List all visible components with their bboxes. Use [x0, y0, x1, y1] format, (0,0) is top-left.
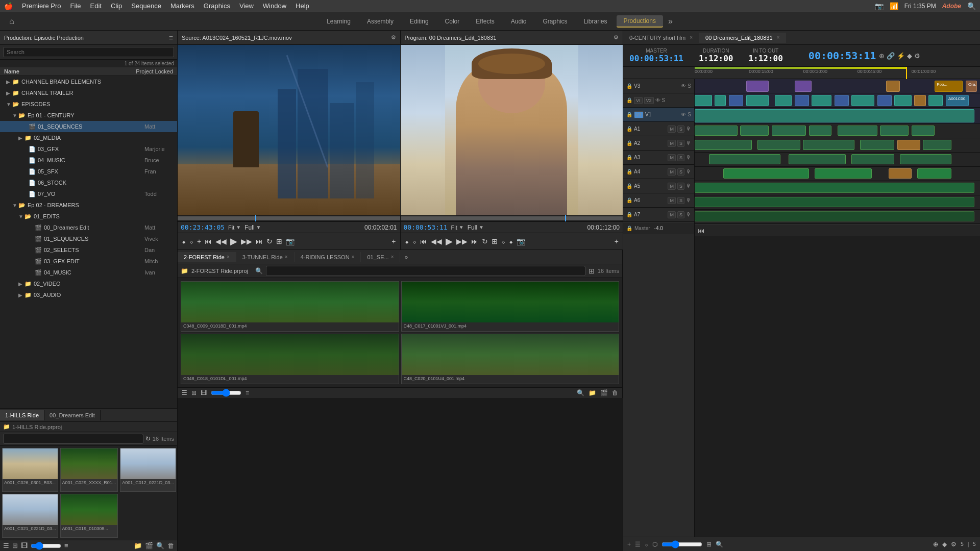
source-step-fwd-btn[interactable]: ⏭: [255, 236, 264, 246]
thumb-item-0[interactable]: A001_C026_0301_B03...: [2, 448, 58, 492]
clip-v2-l[interactable]: [914, 95, 925, 106]
clip-v3-b[interactable]: [795, 81, 812, 92]
bb-search2-icon[interactable]: 🔍: [577, 389, 584, 396]
tree-toggle-video02[interactable]: ▶: [18, 281, 24, 287]
tree-item-dreamers-edit[interactable]: 🎬 00_Dreamers Edit Matt: [0, 222, 177, 233]
thumb-item-2[interactable]: A001_C012_0221D_03...: [120, 448, 176, 492]
menu-edit[interactable]: Edit: [86, 1, 106, 11]
source-step-back-btn[interactable]: ⏮: [204, 236, 213, 246]
clip-v2-g[interactable]: [812, 95, 831, 106]
bin-tab-dreamers[interactable]: 00_Dreamers Edit: [44, 410, 101, 420]
tree-item-seq01[interactable]: 🎬 01_SEQUENCES Matt: [0, 121, 177, 132]
bin-sort-icon[interactable]: ≡: [64, 542, 68, 549]
track-m-a4[interactable]: M: [668, 168, 676, 176]
track-lock-a3[interactable]: 🔒: [626, 155, 632, 160]
clip-a5-a[interactable]: [695, 183, 974, 193]
clip-v2-k[interactable]: [894, 95, 912, 106]
source-fit-dropdown-icon[interactable]: ▼: [236, 224, 241, 230]
bin-delete-icon[interactable]: 🗑: [167, 542, 174, 549]
track-m-a1[interactable]: M: [668, 126, 676, 133]
track-m-a6[interactable]: M: [668, 197, 676, 204]
track-mic-a6[interactable]: 🎙: [686, 197, 691, 203]
track-lock-v2[interactable]: 🔒: [626, 97, 632, 103]
program-fit-label[interactable]: Fit: [451, 224, 457, 231]
clip-v2-e[interactable]: [775, 95, 792, 106]
tab-effects[interactable]: Effects: [469, 16, 501, 27]
track-mic-a5[interactable]: 🎙: [686, 183, 691, 189]
source-rewind-btn[interactable]: ◀◀: [214, 236, 228, 246]
tl-marker-icon[interactable]: ◆: [942, 541, 947, 548]
clip-a1-a[interactable]: [695, 126, 738, 136]
tab-productions[interactable]: Productions: [617, 15, 663, 28]
program-add-btn[interactable]: +: [614, 236, 620, 246]
tab-audio[interactable]: Audio: [504, 16, 534, 27]
tree-toggle-audio02[interactable]: ▶: [18, 292, 24, 298]
clip-a2-c[interactable]: [803, 140, 854, 150]
tl-zoom-slider[interactable]: [662, 541, 702, 547]
track-v2-label[interactable]: V2: [644, 97, 654, 104]
clip-v2-a[interactable]: [695, 95, 712, 106]
tree-item-trailer[interactable]: ▶ 📁 CHANNEL TRAILER: [0, 87, 177, 98]
tree-toggle-episodes[interactable]: ▼: [6, 102, 12, 107]
source-fit-label[interactable]: Fit: [228, 224, 234, 231]
tl-settings-icon[interactable]: ⚙: [951, 541, 957, 548]
clip-a2-b[interactable]: [757, 140, 800, 150]
clip-v2-n[interactable]: A001C00...: [946, 95, 969, 106]
tree-item-media01[interactable]: ▶ 📁 02_MEDIA: [0, 132, 177, 143]
tree-item-stock01[interactable]: 📄 06_STOCK: [0, 177, 177, 188]
track-m-a7[interactable]: M: [668, 211, 676, 218]
source-quality-dropdown-icon[interactable]: ▼: [256, 224, 261, 230]
bb-item-3[interactable]: C48_C020_0101U4_001.mp4: [401, 334, 620, 384]
program-step-fwd-btn[interactable]: ⏭: [470, 236, 479, 246]
track-mic-a1[interactable]: 🎙: [686, 126, 691, 132]
bb-tab-01se-close[interactable]: ×: [391, 254, 394, 260]
source-add-btn[interactable]: +: [196, 236, 202, 246]
track-s-a4[interactable]: S: [677, 168, 684, 176]
tree-item-gfx01[interactable]: 📄 03_GFX Marjorie: [0, 143, 177, 155]
tab-color[interactable]: Color: [438, 16, 467, 27]
tree-item-sfx01[interactable]: 📄 05_SFX Fran: [0, 166, 177, 177]
tab-graphics[interactable]: Graphics: [535, 16, 574, 27]
clip-v2-h[interactable]: [835, 95, 849, 106]
clip-v3-c[interactable]: [886, 81, 900, 92]
bin-tab-hills[interactable]: 1-HILLS Ride: [0, 410, 44, 420]
clip-a3-a[interactable]: [709, 154, 780, 164]
tree-item-edits02[interactable]: ▼ 📂 01_EDITS: [0, 211, 177, 222]
bb-filmstrip-icon[interactable]: ⊞: [589, 267, 595, 275]
program-safe-zones-btn[interactable]: ⊞: [491, 236, 499, 246]
track-lock-a1[interactable]: 🔒: [626, 126, 632, 132]
program-scrubber[interactable]: [401, 216, 623, 220]
source-safe-zones-btn[interactable]: ⊞: [275, 236, 283, 246]
tab-editing[interactable]: Editing: [403, 16, 436, 27]
tree-toggle-media01[interactable]: ▶: [18, 135, 24, 141]
track-s-a3[interactable]: S: [677, 154, 684, 161]
tl-settings-tool[interactable]: ⚙: [914, 52, 920, 60]
bb-grid-icon[interactable]: ⊞: [191, 389, 197, 396]
program-settings-icon[interactable]: ⚙: [614, 34, 619, 41]
track-m-a3[interactable]: M: [668, 154, 676, 161]
program-play-btn[interactable]: ▶: [445, 235, 454, 248]
tree-item-audio02[interactable]: ▶ 📁 03_AUDIO: [0, 289, 177, 300]
tree-toggle-trailer[interactable]: ▶: [6, 90, 12, 96]
track-solo-v3[interactable]: S: [688, 83, 691, 89]
source-export-frame-btn[interactable]: 📷: [285, 236, 296, 246]
tl-playhead-icon[interactable]: ⊕: [933, 541, 938, 548]
source-mark-out-btn[interactable]: ⬦: [188, 236, 194, 246]
program-mark-in-btn[interactable]: ⬥: [404, 236, 410, 246]
bb-tab-forest[interactable]: 2-FOREST Ride ×: [178, 252, 236, 262]
program-step-back-btn[interactable]: ⏮: [419, 236, 428, 246]
program-mark-out-btn[interactable]: ⬦: [411, 236, 418, 246]
bb-item-0[interactable]: C048_C009_01018D_001.mp4: [181, 281, 399, 332]
tl-tab-dreamers[interactable]: 00 Dreamers_Edit_180831 ×: [699, 33, 786, 43]
clip-a1-c[interactable]: [772, 126, 806, 136]
clip-v2-m[interactable]: [928, 95, 943, 106]
program-timecode[interactable]: 00:00:53:11: [404, 223, 448, 231]
clip-v2-f[interactable]: [795, 95, 809, 106]
clip-a2-f[interactable]: [923, 140, 951, 150]
program-export-frame-btn[interactable]: 📷: [516, 236, 526, 246]
bb-tab-tunnel[interactable]: 3-TUNNEL Ride ×: [236, 252, 295, 262]
tree-item-gfx02[interactable]: 🎬 03_GFX-EDIT Mitch: [0, 256, 177, 267]
track-vi-v2[interactable]: VI: [634, 97, 643, 104]
menu-view[interactable]: View: [235, 1, 258, 11]
thumb-item-1[interactable]: A001_C029_XXXX_R01...: [60, 448, 118, 492]
